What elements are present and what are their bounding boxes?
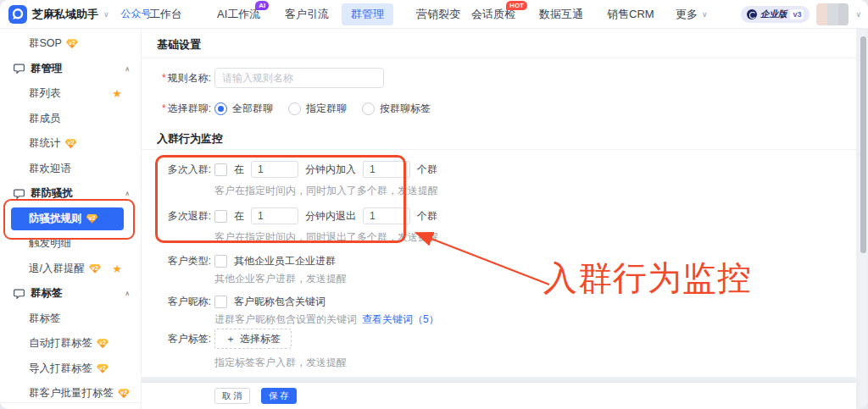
sidebar-item-label: 退/入群提醒 [29, 262, 85, 276]
scrollbar-track[interactable] [860, 30, 866, 406]
multi-quit-hint: 客户在指定时间内，同时退出了多个群，发送提醒 [214, 230, 438, 245]
nav-item-customer-acquisition[interactable]: 客户引流 [285, 0, 329, 28]
sidebar: 群SOP v2 群管理 ∧ 群列表 ★ 群成员 群统计 v2 [0, 28, 142, 409]
sidebar-item-import-group-tagging[interactable]: 导入打群标签 v2 [0, 356, 141, 382]
sidebar-item-label: 自动打群标签 [29, 336, 92, 351]
nav-item-data-interchange[interactable]: 数据互通 [539, 0, 583, 28]
v2-gem-badge: v2 [97, 339, 108, 348]
radio-icon[interactable] [362, 102, 375, 115]
chevron-down-icon[interactable]: ∨ [103, 10, 109, 19]
form-footer: 取 消 保 存 [142, 383, 856, 409]
multi-quit-minutes-input[interactable] [251, 207, 298, 224]
view-keywords-link[interactable]: 查看关键词（5） [362, 313, 439, 325]
sidebar-item-label: 群欢迎语 [29, 162, 71, 176]
v2-gem-badge: v2 [66, 39, 78, 48]
hint-text: 进群客户昵称包含设置的关键词 [214, 313, 357, 325]
app-logo-icon [8, 5, 27, 24]
select-tag-button[interactable]: ＋ 选择标签 [214, 329, 292, 349]
customer-tag-hint: 指定标签客户入群，发送提醒 [214, 356, 347, 370]
nav-item-label: 销售CRM [607, 7, 654, 22]
customer-nickname-checkbox[interactable] [214, 296, 227, 308]
chevron-up-icon: ∧ [125, 65, 130, 73]
multi-quit-checkbox[interactable] [214, 210, 227, 223]
sidebar-item-label: 触发明细 [29, 236, 71, 251]
scrollbar-thumb[interactable] [860, 36, 866, 253]
sidebar-section-anti-harassment[interactable]: 群防骚扰 ∧ [0, 181, 141, 207]
customer-type-option: 其他企业员工企业进群 [234, 254, 336, 268]
sidebar-item-group-statistics[interactable]: 群统计 v2 [0, 131, 141, 157]
save-button[interactable]: 保 存 [261, 388, 297, 404]
sidebar-item-group-tags[interactable]: 群标签 [0, 307, 141, 332]
divider [142, 149, 856, 150]
nav-item-label: 客户引流 [285, 7, 329, 22]
brand-name: 芝麻私域助手 [32, 7, 98, 22]
avatar[interactable] [816, 3, 849, 25]
radio-all-groups[interactable]: 全部群聊 [214, 102, 273, 116]
v2-gem-badge: v2 [97, 364, 108, 373]
sidebar-item-join-quit-reminder[interactable]: 退/入群提醒 v2 ★ [0, 257, 141, 282]
customer-nickname-label: 客户昵称: [142, 295, 211, 309]
brand[interactable]: 芝麻私域助手 ∨ 公众号 [8, 0, 152, 28]
field-group-select: *选择群聊: 全部群聊 指定群聊 按群聊标签 [142, 101, 843, 116]
plan-badge[interactable]: 企业版 v3 [741, 6, 810, 23]
sidebar-item-label: 群标签 [29, 312, 61, 326]
version-chip: v3 [790, 9, 804, 19]
multi-quit-label: 多次退群: [142, 209, 211, 224]
account-type-label[interactable]: 公众号 [121, 7, 152, 21]
sidebar-item-trigger-details[interactable]: 触发明细 [0, 231, 141, 257]
nav-item-label: 营销裂变 [416, 7, 460, 22]
nav-item-conversation-qc[interactable]: 会话质检 HOT [471, 0, 515, 28]
text-in: 在 [234, 163, 244, 177]
radio-by-group-tag[interactable]: 按群聊标签 [362, 102, 431, 116]
chevron-down-icon[interactable]: ∨ [855, 10, 861, 19]
nav-item-ai-workflow[interactable]: AI工作流 AI [217, 0, 260, 28]
ai-badge: AI [255, 1, 269, 10]
field-multi-join: 多次入群: 在 分钟内加入 个群 [142, 160, 843, 179]
cancel-button[interactable]: 取 消 [214, 388, 250, 404]
rule-name-input[interactable] [214, 68, 384, 88]
nav-item-marketing-fission[interactable]: 营销裂变 [416, 0, 460, 28]
chevron-down-icon: ∨ [702, 10, 708, 19]
required-asterisk: * [162, 72, 166, 84]
sidebar-section-label: 群管理 [31, 62, 63, 76]
radio-label: 按群聊标签 [380, 102, 431, 116]
section-title-basic: 基础设置 [157, 37, 201, 53]
v2-gem-badge: v2 [89, 264, 101, 274]
sidebar-item-group-sop[interactable]: 群SOP v2 [0, 31, 141, 57]
customer-type-checkbox[interactable] [214, 255, 227, 268]
customer-type-label: 客户类型: [142, 254, 211, 268]
nav-item-label: 数据互通 [539, 7, 583, 22]
sidebar-item-label: 导入打群标签 [29, 362, 92, 376]
sidebar-divider [0, 402, 141, 403]
nav-item-more[interactable]: 更多 ∨ [676, 0, 708, 28]
multi-join-minutes-input[interactable] [251, 161, 298, 178]
sidebar-section-group-management[interactable]: 群管理 ∧ [0, 57, 141, 82]
multi-join-label: 多次入群: [142, 163, 211, 177]
top-navbar: 芝麻私域助手 ∨ 公众号 工作台 AI工作流 AI 客户引流 群管理 营销裂变 … [0, 0, 868, 29]
radio-label: 全部群聊 [232, 102, 273, 116]
chat-bubble-icon [14, 189, 25, 199]
nav-item-group-management-active[interactable]: 群管理 [342, 0, 393, 28]
chevron-up-icon: ∧ [125, 290, 130, 297]
nav-item-sales-crm[interactable]: 销售CRM [607, 0, 654, 28]
v2-gem-badge: v2 [65, 139, 77, 148]
radio-icon[interactable] [288, 102, 301, 115]
sidebar-item-group-welcome[interactable]: 群欢迎语 [0, 157, 141, 182]
plus-icon: ＋ [225, 332, 236, 346]
multi-join-checkbox[interactable] [214, 163, 227, 176]
multi-quit-count-input[interactable] [363, 207, 410, 224]
topbar-right: 企业版 v3 ∨ [741, 0, 861, 28]
sidebar-item-group-members[interactable]: 群成员 [0, 107, 141, 132]
multi-join-count-input[interactable] [363, 161, 410, 178]
customer-tag-label: 客户标签: [142, 332, 211, 346]
sidebar-item-auto-group-tagging[interactable]: 自动打群标签 v2 [0, 331, 141, 356]
text-groups: 个群 [417, 209, 437, 224]
nav-item-workbench[interactable]: 工作台 [149, 0, 182, 28]
radio-specified-groups[interactable]: 指定群聊 [288, 102, 347, 116]
radio-selected-icon[interactable] [214, 102, 227, 115]
chat-bubble-icon [14, 289, 25, 299]
sidebar-item-group-list[interactable]: 群列表 ★ [0, 81, 141, 107]
sidebar-item-anti-harassment-rules[interactable]: 防骚扰规则 v2 [0, 207, 141, 232]
sidebar-section-group-tags[interactable]: 群标签 ∧ [0, 281, 141, 307]
text-minutes-quit: 分钟内退出 [305, 209, 356, 224]
